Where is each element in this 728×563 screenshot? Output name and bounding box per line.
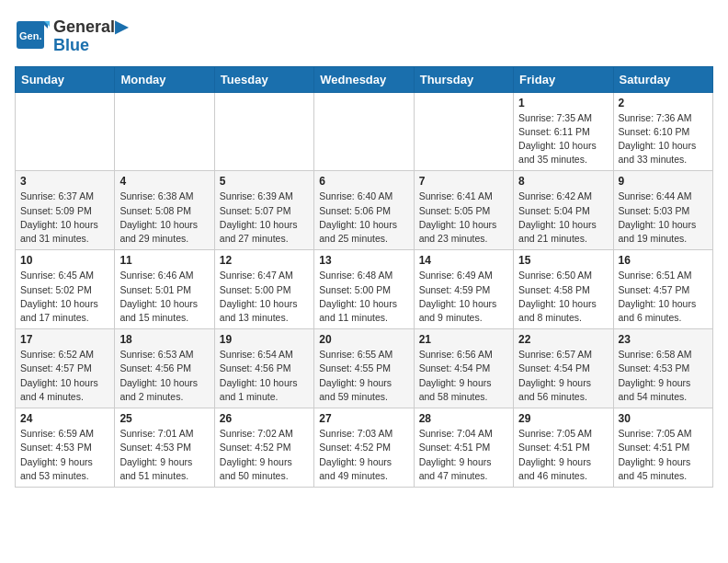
calendar-cell: 26Sunrise: 7:02 AM Sunset: 4:52 PM Dayli… — [214, 408, 313, 488]
calendar-cell: 2Sunrise: 7:36 AM Sunset: 6:10 PM Daylig… — [613, 92, 712, 171]
calendar-week-3: 10Sunrise: 6:45 AM Sunset: 5:02 PM Dayli… — [16, 250, 713, 329]
day-number: 22 — [518, 333, 608, 346]
calendar-cell: 13Sunrise: 6:48 AM Sunset: 5:00 PM Dayli… — [314, 250, 414, 329]
day-number: 23 — [619, 333, 708, 346]
day-info: Sunrise: 6:48 AM Sunset: 5:00 PM Dayligh… — [319, 269, 408, 325]
day-number: 29 — [518, 412, 608, 425]
day-number: 27 — [319, 412, 408, 425]
calendar-week-2: 3Sunrise: 6:37 AM Sunset: 5:09 PM Daylig… — [16, 171, 713, 250]
calendar-week-1: 1Sunrise: 7:35 AM Sunset: 6:11 PM Daylig… — [16, 92, 713, 171]
calendar-cell — [214, 92, 313, 171]
calendar-cell: 28Sunrise: 7:04 AM Sunset: 4:51 PM Dayli… — [414, 408, 513, 488]
day-info: Sunrise: 6:40 AM Sunset: 5:06 PM Dayligh… — [319, 190, 408, 246]
calendar-header-row: SundayMondayTuesdayWednesdayThursdayFrid… — [16, 66, 713, 92]
logo-text-blue: Blue — [53, 37, 128, 55]
weekday-header-thursday: Thursday — [414, 66, 513, 92]
calendar-cell: 20Sunrise: 6:55 AM Sunset: 4:55 PM Dayli… — [314, 329, 414, 408]
day-number: 24 — [20, 412, 109, 425]
day-info: Sunrise: 7:35 AM Sunset: 6:11 PM Dayligh… — [518, 111, 608, 167]
page-header: Gen. General▶ Blue — [15, 15, 713, 55]
day-info: Sunrise: 6:51 AM Sunset: 4:57 PM Dayligh… — [619, 269, 708, 325]
day-number: 9 — [619, 175, 708, 188]
day-number: 15 — [518, 254, 608, 267]
day-info: Sunrise: 6:42 AM Sunset: 5:04 PM Dayligh… — [518, 190, 608, 246]
day-info: Sunrise: 7:02 AM Sunset: 4:52 PM Dayligh… — [220, 427, 309, 483]
day-info: Sunrise: 7:03 AM Sunset: 4:52 PM Dayligh… — [319, 427, 408, 483]
day-number: 17 — [20, 333, 109, 346]
day-number: 19 — [220, 333, 309, 346]
day-info: Sunrise: 6:59 AM Sunset: 4:53 PM Dayligh… — [20, 427, 109, 483]
day-number: 16 — [619, 254, 708, 267]
day-info: Sunrise: 7:01 AM Sunset: 4:53 PM Dayligh… — [119, 427, 209, 483]
calendar-cell — [414, 92, 513, 171]
calendar-cell: 10Sunrise: 6:45 AM Sunset: 5:02 PM Dayli… — [16, 250, 115, 329]
day-number: 28 — [419, 412, 508, 425]
calendar-cell: 3Sunrise: 6:37 AM Sunset: 5:09 PM Daylig… — [16, 171, 115, 250]
weekday-header-monday: Monday — [115, 66, 214, 92]
day-number: 11 — [119, 254, 209, 267]
calendar-cell: 25Sunrise: 7:01 AM Sunset: 4:53 PM Dayli… — [115, 408, 214, 488]
weekday-header-friday: Friday — [514, 66, 613, 92]
day-info: Sunrise: 6:56 AM Sunset: 4:54 PM Dayligh… — [419, 348, 508, 404]
day-info: Sunrise: 6:58 AM Sunset: 4:53 PM Dayligh… — [619, 348, 708, 404]
day-number: 2 — [619, 97, 708, 109]
calendar-week-4: 17Sunrise: 6:52 AM Sunset: 4:57 PM Dayli… — [16, 329, 713, 408]
calendar-cell: 22Sunrise: 6:57 AM Sunset: 4:54 PM Dayli… — [514, 329, 613, 408]
calendar-cell: 23Sunrise: 6:58 AM Sunset: 4:53 PM Dayli… — [613, 329, 712, 408]
calendar-cell — [16, 92, 115, 171]
day-info: Sunrise: 6:50 AM Sunset: 4:58 PM Dayligh… — [518, 269, 608, 325]
calendar-cell: 24Sunrise: 6:59 AM Sunset: 4:53 PM Dayli… — [16, 408, 115, 488]
day-info: Sunrise: 6:45 AM Sunset: 5:02 PM Dayligh… — [20, 269, 109, 325]
calendar-cell: 12Sunrise: 6:47 AM Sunset: 5:00 PM Dayli… — [214, 250, 313, 329]
day-info: Sunrise: 6:53 AM Sunset: 4:56 PM Dayligh… — [119, 348, 209, 404]
day-number: 10 — [20, 254, 109, 267]
day-info: Sunrise: 6:38 AM Sunset: 5:08 PM Dayligh… — [119, 190, 209, 246]
day-number: 30 — [619, 412, 708, 425]
calendar-cell — [115, 92, 214, 171]
calendar-cell: 11Sunrise: 6:46 AM Sunset: 5:01 PM Dayli… — [115, 250, 214, 329]
calendar-cell: 9Sunrise: 6:44 AM Sunset: 5:03 PM Daylig… — [613, 171, 712, 250]
day-number: 4 — [119, 175, 209, 188]
day-info: Sunrise: 6:54 AM Sunset: 4:56 PM Dayligh… — [220, 348, 309, 404]
calendar-cell: 18Sunrise: 6:53 AM Sunset: 4:56 PM Dayli… — [115, 329, 214, 408]
calendar-cell: 8Sunrise: 6:42 AM Sunset: 5:04 PM Daylig… — [514, 171, 613, 250]
day-info: Sunrise: 6:55 AM Sunset: 4:55 PM Dayligh… — [319, 348, 408, 404]
weekday-header-wednesday: Wednesday — [314, 66, 414, 92]
day-number: 7 — [419, 175, 508, 188]
logo-icon: Gen. — [15, 19, 50, 54]
day-info: Sunrise: 6:52 AM Sunset: 4:57 PM Dayligh… — [20, 348, 109, 404]
svg-text:Gen.: Gen. — [19, 30, 41, 41]
calendar-cell: 4Sunrise: 6:38 AM Sunset: 5:08 PM Daylig… — [115, 171, 214, 250]
day-info: Sunrise: 7:04 AM Sunset: 4:51 PM Dayligh… — [419, 427, 508, 483]
day-number: 21 — [419, 333, 508, 346]
day-number: 8 — [518, 175, 608, 188]
calendar-cell: 21Sunrise: 6:56 AM Sunset: 4:54 PM Dayli… — [414, 329, 513, 408]
day-info: Sunrise: 6:37 AM Sunset: 5:09 PM Dayligh… — [20, 190, 109, 246]
day-number: 5 — [220, 175, 309, 188]
day-info: Sunrise: 6:57 AM Sunset: 4:54 PM Dayligh… — [518, 348, 608, 404]
day-number: 1 — [518, 97, 608, 109]
day-number: 14 — [419, 254, 508, 267]
calendar-cell: 27Sunrise: 7:03 AM Sunset: 4:52 PM Dayli… — [314, 408, 414, 488]
logo-text-general: General▶ — [53, 18, 128, 37]
day-number: 13 — [319, 254, 408, 267]
day-number: 18 — [119, 333, 209, 346]
calendar-table: SundayMondayTuesdayWednesdayThursdayFrid… — [15, 66, 713, 488]
calendar-cell: 15Sunrise: 6:50 AM Sunset: 4:58 PM Dayli… — [514, 250, 613, 329]
day-number: 26 — [220, 412, 309, 425]
day-number: 6 — [319, 175, 408, 188]
day-info: Sunrise: 6:46 AM Sunset: 5:01 PM Dayligh… — [119, 269, 209, 325]
day-info: Sunrise: 6:49 AM Sunset: 4:59 PM Dayligh… — [419, 269, 508, 325]
day-info: Sunrise: 7:36 AM Sunset: 6:10 PM Dayligh… — [619, 111, 708, 167]
calendar-cell: 29Sunrise: 7:05 AM Sunset: 4:51 PM Dayli… — [514, 408, 613, 488]
calendar-cell: 17Sunrise: 6:52 AM Sunset: 4:57 PM Dayli… — [16, 329, 115, 408]
weekday-header-tuesday: Tuesday — [214, 66, 313, 92]
logo: Gen. General▶ Blue — [15, 18, 128, 55]
day-info: Sunrise: 6:39 AM Sunset: 5:07 PM Dayligh… — [220, 190, 309, 246]
calendar-cell — [314, 92, 414, 171]
day-number: 25 — [119, 412, 209, 425]
calendar-cell: 19Sunrise: 6:54 AM Sunset: 4:56 PM Dayli… — [214, 329, 313, 408]
day-info: Sunrise: 6:44 AM Sunset: 5:03 PM Dayligh… — [619, 190, 708, 246]
calendar-cell: 6Sunrise: 6:40 AM Sunset: 5:06 PM Daylig… — [314, 171, 414, 250]
day-info: Sunrise: 6:41 AM Sunset: 5:05 PM Dayligh… — [419, 190, 508, 246]
